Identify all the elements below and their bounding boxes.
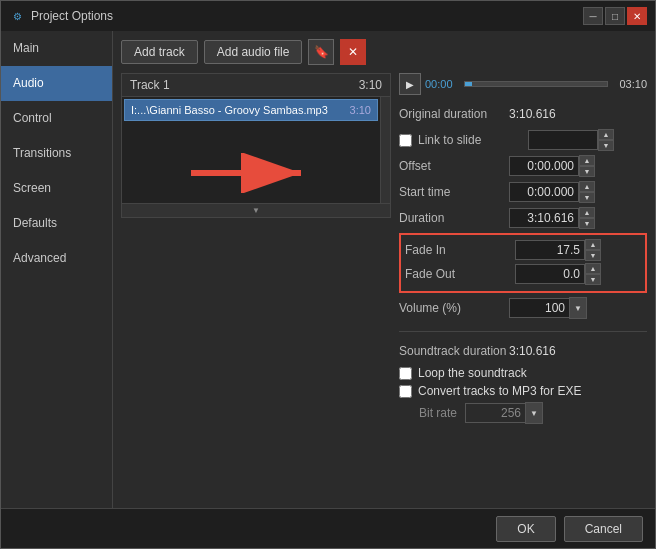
offset-field[interactable] <box>509 156 579 176</box>
volume-field[interactable] <box>509 298 569 318</box>
soundtrack-duration-label: Soundtrack duration <box>399 344 509 358</box>
minimize-button[interactable]: ─ <box>583 7 603 25</box>
volume-row: Volume (%) ▼ <box>399 297 647 319</box>
track-item[interactable]: I:...\Gianni Basso - Groovy Sambas.mp3 3… <box>124 99 378 121</box>
fade-highlight-box: Fade In ▲ ▼ Fade Out <box>399 233 647 293</box>
loop-label: Loop the soundtrack <box>418 366 527 380</box>
sidebar-item-transitions[interactable]: Transitions <box>1 136 112 171</box>
convert-checkbox[interactable] <box>399 385 412 398</box>
track-file: I:...\Gianni Basso - Groovy Sambas.mp3 <box>131 104 346 116</box>
start-time-arrows: ▲ ▼ <box>579 181 595 203</box>
duration-arrows: ▲ ▼ <box>579 207 595 229</box>
fade-in-input: ▲ ▼ <box>515 239 601 261</box>
arrow-container <box>122 123 380 203</box>
sidebar-item-audio[interactable]: Audio <box>1 66 112 101</box>
offset-row: Offset ▲ ▼ <box>399 155 647 177</box>
track-scrollbar[interactable] <box>380 97 390 203</box>
offset-label: Offset <box>399 159 509 173</box>
bookmark-button[interactable]: 🔖 <box>308 39 334 65</box>
start-time-down[interactable]: ▼ <box>579 192 595 203</box>
start-time-field[interactable] <box>509 182 579 202</box>
track-header: Track 1 3:10 <box>122 74 390 97</box>
sidebar-item-main[interactable]: Main <box>1 31 112 66</box>
original-duration-label: Original duration <box>399 107 509 121</box>
maximize-button[interactable]: □ <box>605 7 625 25</box>
original-duration-value: 3:10.616 <box>509 107 556 121</box>
track-panel: Track 1 3:10 I:...\Gianni Basso - Groovy… <box>121 73 391 218</box>
seek-progress <box>465 82 472 86</box>
link-to-slide-checkbox[interactable] <box>399 134 412 147</box>
volume-input: ▼ <box>509 297 587 319</box>
track-file-duration: 3:10 <box>350 104 371 116</box>
fade-in-label: Fade In <box>405 243 515 257</box>
loop-checkbox[interactable] <box>399 367 412 380</box>
time-end: 03:10 <box>612 78 647 90</box>
scroll-down-arrow[interactable]: ▼ <box>122 203 390 217</box>
link-to-slide-label: Link to slide <box>418 133 528 147</box>
ok-button[interactable]: OK <box>496 516 555 542</box>
play-icon: ▶ <box>406 79 414 90</box>
offset-down[interactable]: ▼ <box>579 166 595 177</box>
fade-out-input: ▲ ▼ <box>515 263 601 285</box>
sidebar-item-defaults[interactable]: Defaults <box>1 206 112 241</box>
red-arrow <box>186 153 316 193</box>
content-area: Main Audio Control Transitions Screen De… <box>1 31 655 508</box>
offset-up[interactable]: ▲ <box>579 155 595 166</box>
play-button[interactable]: ▶ <box>399 73 421 95</box>
track-name: Track 1 <box>130 78 170 92</box>
track-list-container: I:...\Gianni Basso - Groovy Sambas.mp3 3… <box>122 97 390 203</box>
sidebar: Main Audio Control Transitions Screen De… <box>1 31 113 508</box>
link-to-slide-down[interactable]: ▼ <box>598 140 614 151</box>
add-track-button[interactable]: Add track <box>121 40 198 64</box>
volume-label: Volume (%) <box>399 301 509 315</box>
offset-arrows: ▲ ▼ <box>579 155 595 177</box>
window-title: Project Options <box>31 9 583 23</box>
fade-out-field[interactable] <box>515 264 585 284</box>
remove-icon: ✕ <box>348 45 358 59</box>
add-audio-button[interactable]: Add audio file <box>204 40 303 64</box>
sidebar-item-advanced[interactable]: Advanced <box>1 241 112 276</box>
close-button[interactable]: ✕ <box>627 7 647 25</box>
bit-rate-row: Bit rate ▼ <box>399 402 647 424</box>
panel-body: Track 1 3:10 I:...\Gianni Basso - Groovy… <box>121 73 647 500</box>
audio-player: ▶ 00:00 03:10 <box>399 73 647 95</box>
duration-row: Duration ▲ ▼ <box>399 207 647 229</box>
toolbar: Add track Add audio file 🔖 ✕ <box>121 39 647 65</box>
seek-bar[interactable] <box>464 81 608 87</box>
start-time-up[interactable]: ▲ <box>579 181 595 192</box>
bit-rate-field[interactable] <box>465 403 525 423</box>
duration-input: ▲ ▼ <box>509 207 595 229</box>
link-to-slide-field[interactable] <box>528 130 598 150</box>
fade-in-field[interactable] <box>515 240 585 260</box>
fade-out-up[interactable]: ▲ <box>585 263 601 274</box>
duration-down[interactable]: ▼ <box>579 218 595 229</box>
sidebar-item-control[interactable]: Control <box>1 101 112 136</box>
volume-dropdown-arrow[interactable]: ▼ <box>569 297 587 319</box>
track-list: I:...\Gianni Basso - Groovy Sambas.mp3 3… <box>122 97 380 203</box>
window: ⚙ Project Options ─ □ ✕ Main Audio Contr… <box>0 0 656 549</box>
fade-out-arrows: ▲ ▼ <box>585 263 601 285</box>
link-to-slide-up[interactable]: ▲ <box>598 129 614 140</box>
start-time-input: ▲ ▼ <box>509 181 595 203</box>
fade-in-up[interactable]: ▲ <box>585 239 601 250</box>
link-to-slide-input: ▲ ▼ <box>528 129 614 151</box>
convert-row: Convert tracks to MP3 for EXE <box>399 384 647 398</box>
fade-out-down[interactable]: ▼ <box>585 274 601 285</box>
bookmark-icon: 🔖 <box>314 45 329 59</box>
title-bar: ⚙ Project Options ─ □ ✕ <box>1 1 655 31</box>
sidebar-item-screen[interactable]: Screen <box>1 171 112 206</box>
original-duration-row: Original duration 3:10.616 <box>399 103 647 125</box>
fade-in-arrows: ▲ ▼ <box>585 239 601 261</box>
loop-row: Loop the soundtrack <box>399 366 647 380</box>
bit-rate-input: ▼ <box>465 402 543 424</box>
remove-button[interactable]: ✕ <box>340 39 366 65</box>
duration-label: Duration <box>399 211 509 225</box>
track-panel-wrapper: Track 1 3:10 I:...\Gianni Basso - Groovy… <box>121 73 391 500</box>
duration-up[interactable]: ▲ <box>579 207 595 218</box>
start-time-row: Start time ▲ ▼ <box>399 181 647 203</box>
bit-rate-dropdown-arrow[interactable]: ▼ <box>525 402 543 424</box>
fade-in-row: Fade In ▲ ▼ <box>405 239 641 261</box>
cancel-button[interactable]: Cancel <box>564 516 643 542</box>
fade-in-down[interactable]: ▼ <box>585 250 601 261</box>
duration-field[interactable] <box>509 208 579 228</box>
